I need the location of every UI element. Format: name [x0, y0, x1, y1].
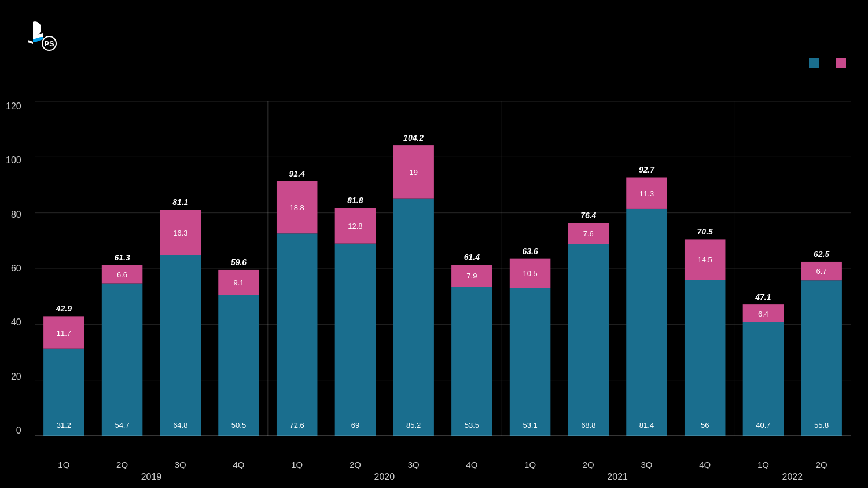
svg-text:59.6: 59.6 — [231, 258, 247, 267]
svg-rect-35 — [335, 244, 376, 436]
svg-text:81.8: 81.8 — [347, 196, 363, 205]
x-year-group-2022: 1Q2Q2022 — [734, 460, 851, 482]
svg-text:64.8: 64.8 — [173, 421, 187, 430]
svg-text:42.9: 42.9 — [56, 304, 72, 313]
x-year-group-2019: 1Q2Q3Q4Q2019 — [35, 460, 268, 482]
x-quarter-label: 1Q — [501, 460, 560, 469]
svg-text:9.1: 9.1 — [233, 278, 244, 287]
svg-text:40.7: 40.7 — [756, 421, 770, 430]
svg-text:62.5: 62.5 — [814, 249, 829, 259]
x-quarter-label: 2Q — [559, 460, 617, 469]
y-axis: 120 100 80 60 40 20 0 — [6, 101, 21, 436]
legend-3rd-party — [809, 58, 824, 68]
legend-1st-color — [836, 58, 846, 68]
x-quarter-label: 2Q — [326, 460, 385, 469]
svg-text:69: 69 — [351, 421, 359, 430]
svg-text:91.4: 91.4 — [289, 169, 305, 178]
x-quarter-label: 3Q — [384, 460, 443, 469]
svg-rect-45 — [451, 287, 492, 436]
x-year-label-2019: 2019 — [141, 472, 162, 482]
svg-text:68.8: 68.8 — [581, 421, 595, 430]
y-label-120: 120 — [6, 101, 21, 112]
svg-text:61.3: 61.3 — [114, 253, 130, 262]
legend — [809, 58, 851, 68]
svg-text:18.8: 18.8 — [290, 203, 304, 212]
x-quarter-label: 2Q — [93, 460, 152, 469]
svg-text:12.8: 12.8 — [348, 222, 362, 230]
svg-text:7.6: 7.6 — [583, 229, 594, 238]
x-quarter-label: 4Q — [209, 460, 268, 469]
svg-text:53.1: 53.1 — [523, 421, 537, 430]
svg-text:81.1: 81.1 — [172, 197, 188, 207]
x-year-label-2021: 2021 — [607, 472, 628, 482]
svg-text:19: 19 — [409, 168, 417, 177]
svg-text:72.6: 72.6 — [290, 421, 304, 430]
svg-rect-51 — [510, 288, 551, 436]
x-quarter-label: 4Q — [443, 460, 501, 469]
svg-text:76.4: 76.4 — [580, 211, 596, 220]
x-quarter-label: 1Q — [734, 460, 793, 469]
x-year-label-2020: 2020 — [374, 472, 395, 482]
svg-rect-24 — [218, 295, 259, 436]
legend-3rd-color — [809, 58, 819, 68]
x-quarter-label: 1Q — [268, 460, 326, 469]
svg-rect-56 — [568, 244, 609, 436]
svg-text:53.5: 53.5 — [465, 421, 479, 430]
svg-text:6.7: 6.7 — [816, 267, 827, 276]
svg-rect-77 — [801, 280, 842, 436]
x-quarter-label: 4Q — [676, 460, 734, 469]
svg-text:6.4: 6.4 — [758, 310, 768, 318]
svg-text:104.2: 104.2 — [403, 133, 424, 142]
y-label-0: 0 — [16, 425, 21, 436]
x-quarter-label: 2Q — [792, 460, 851, 469]
header: PS — [17, 12, 851, 52]
svg-text:63.6: 63.6 — [522, 247, 538, 256]
svg-text:61.4: 61.4 — [464, 252, 480, 262]
svg-text:85.2: 85.2 — [406, 421, 421, 430]
svg-text:50.5: 50.5 — [231, 421, 246, 430]
x-year-group-2021: 1Q2Q3Q4Q2021 — [501, 460, 734, 482]
svg-text:16.3: 16.3 — [173, 229, 187, 237]
legend-1st-party — [836, 58, 851, 68]
playstation-icon: PS — [17, 12, 58, 52]
svg-text:10.5: 10.5 — [523, 269, 537, 278]
x-axis: 1Q2Q3Q4Q20191Q2Q3Q4Q20201Q2Q3Q4Q20211Q2Q… — [35, 460, 851, 482]
svg-text:11.7: 11.7 — [57, 329, 71, 337]
svg-text:PS: PS — [44, 39, 54, 48]
y-label-60: 60 — [11, 263, 21, 274]
svg-text:70.5: 70.5 — [697, 227, 713, 236]
svg-text:11.3: 11.3 — [639, 189, 654, 198]
svg-rect-14 — [102, 284, 143, 436]
svg-text:7.9: 7.9 — [466, 271, 477, 280]
y-label-20: 20 — [11, 372, 21, 382]
svg-text:31.2: 31.2 — [57, 421, 71, 430]
svg-rect-19 — [160, 255, 201, 436]
svg-rect-61 — [626, 209, 667, 436]
x-quarter-label: 1Q — [35, 460, 93, 469]
svg-text:54.7: 54.7 — [115, 421, 129, 430]
main-container: PS 120 100 80 60 — [0, 0, 868, 488]
y-label-80: 80 — [11, 210, 21, 220]
svg-text:56: 56 — [701, 421, 709, 430]
svg-rect-66 — [685, 280, 726, 436]
svg-text:47.1: 47.1 — [755, 292, 771, 302]
svg-text:55.8: 55.8 — [814, 421, 829, 430]
header-left: PS — [17, 12, 76, 52]
x-quarter-label: 3Q — [151, 460, 209, 469]
svg-text:81.4: 81.4 — [639, 421, 654, 430]
svg-text:92.7: 92.7 — [639, 165, 655, 174]
chart-svg: 42.931.211.761.354.76.681.164.816.359.65… — [35, 101, 851, 436]
svg-text:14.5: 14.5 — [698, 255, 712, 264]
y-label-100: 100 — [6, 155, 21, 166]
svg-rect-72 — [743, 322, 784, 436]
x-year-group-2020: 1Q2Q3Q4Q2020 — [268, 460, 501, 482]
ps-logo: PS — [17, 12, 58, 52]
svg-rect-40 — [393, 199, 434, 436]
y-label-40: 40 — [11, 317, 21, 328]
chart-area: 120 100 80 60 40 20 0 42.931.211.761.354… — [35, 101, 851, 436]
svg-text:6.6: 6.6 — [117, 270, 127, 279]
x-quarter-label: 3Q — [617, 460, 676, 469]
x-year-label-2022: 2022 — [782, 472, 803, 482]
svg-rect-30 — [277, 233, 318, 436]
